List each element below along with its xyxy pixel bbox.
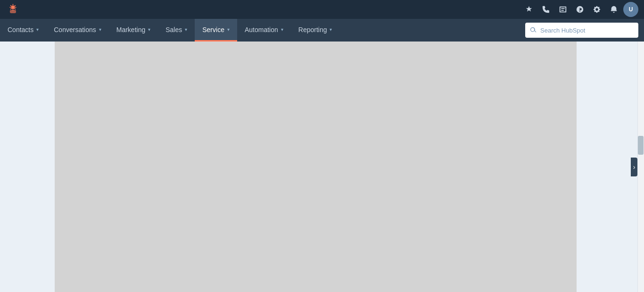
chevron-down-icon: ▾ xyxy=(227,27,230,32)
top-utility-bar: U xyxy=(0,0,644,19)
chevron-down-icon: ▾ xyxy=(185,27,187,32)
nav-item-marketing[interactable]: Marketing ▾ xyxy=(109,19,158,42)
nav-item-reporting[interactable]: Reporting ▾ xyxy=(291,19,340,42)
scrollbar-track[interactable] xyxy=(637,42,644,292)
notifications-icon-btn[interactable] xyxy=(606,2,621,17)
chevron-down-icon: ▾ xyxy=(281,27,283,32)
search-input[interactable] xyxy=(540,27,634,34)
hubspot-logo-container[interactable] xyxy=(6,3,19,16)
nav-item-service[interactable]: Service ▾ xyxy=(195,19,237,42)
main-navigation: Contacts ▾ Conversations ▾ Marketing ▾ S… xyxy=(0,19,644,42)
settings-icon-btn[interactable] xyxy=(589,2,604,17)
nav-sales-label: Sales xyxy=(165,26,182,33)
top-bar-icons-group: U xyxy=(521,2,638,17)
search-icon xyxy=(530,27,537,33)
nav-search-container xyxy=(520,19,644,42)
nav-reporting-label: Reporting xyxy=(298,26,327,33)
nav-item-automation[interactable]: Automation ▾ xyxy=(237,19,291,42)
collapse-handle[interactable] xyxy=(631,158,637,176)
user-avatar[interactable]: U xyxy=(623,2,638,17)
search-box xyxy=(525,23,638,38)
chevron-down-icon: ▾ xyxy=(330,27,332,32)
help-icon xyxy=(576,5,584,14)
hubspot-logo-icon xyxy=(6,3,19,16)
nav-automation-label: Automation xyxy=(245,26,278,33)
marketplace-icon xyxy=(559,5,567,14)
scrollbar-thumb[interactable] xyxy=(638,136,644,155)
call-icon xyxy=(542,5,550,14)
nav-item-conversations[interactable]: Conversations ▾ xyxy=(46,19,109,42)
right-panel xyxy=(577,42,644,292)
help-icon-btn[interactable] xyxy=(572,2,587,17)
chevron-down-icon: ▾ xyxy=(36,27,39,32)
settings-icon xyxy=(593,5,601,14)
chevron-down-icon: ▾ xyxy=(148,27,150,32)
center-content xyxy=(55,42,577,292)
nav-marketing-label: Marketing xyxy=(116,26,145,33)
nav-contacts-label: Contacts xyxy=(8,26,33,33)
nav-conversations-label: Conversations xyxy=(54,26,96,33)
upgrade-icon-btn[interactable] xyxy=(521,2,537,17)
left-sidebar xyxy=(0,42,55,292)
upgrade-icon xyxy=(525,5,533,14)
chevron-down-icon: ▾ xyxy=(99,27,101,32)
nav-service-label: Service xyxy=(202,26,224,33)
nav-item-sales[interactable]: Sales ▾ xyxy=(158,19,195,42)
nav-items-group: Contacts ▾ Conversations ▾ Marketing ▾ S… xyxy=(0,19,520,42)
avatar-initials: U xyxy=(629,6,633,13)
call-icon-btn[interactable] xyxy=(538,2,553,17)
marketplace-icon-btn[interactable] xyxy=(555,2,570,17)
main-content-area xyxy=(0,42,644,292)
notifications-icon xyxy=(610,5,618,14)
nav-item-contacts[interactable]: Contacts ▾ xyxy=(0,19,46,42)
